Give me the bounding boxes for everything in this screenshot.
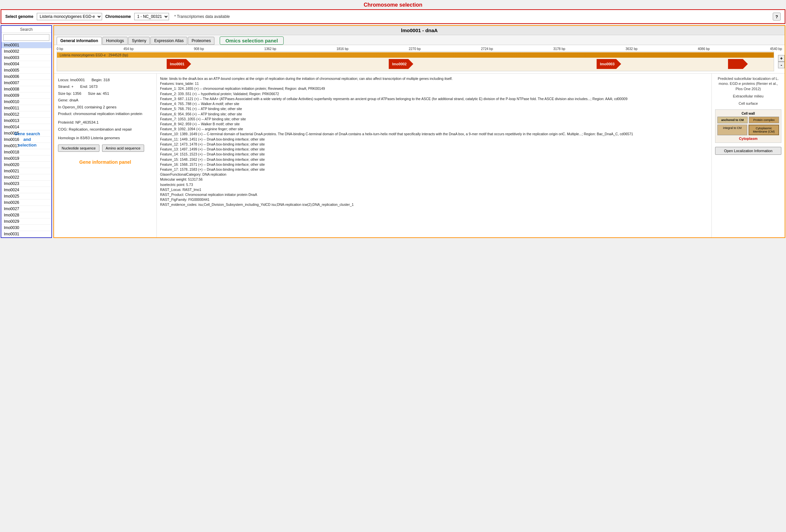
ruler-mark: 908 bp (194, 47, 204, 51)
protein-id: ProteinId: NP_463534.1 (58, 119, 153, 125)
gene-list: lmo0001lmo0002lmo0003lmo0004lmo0005lmo00… (1, 42, 51, 237)
list-item[interactable]: lmo0018 (1, 149, 51, 156)
sidebar: Search lmo0001lmo0002lmo0003lmo0004lmo00… (1, 25, 52, 238)
integral-to-cm-box: integral to CM (717, 125, 747, 135)
list-item[interactable]: lmo0002 (1, 48, 51, 55)
cytoplasm-label: Cytoplasm (717, 137, 779, 141)
cell-diagram: Cell wall anchored to CM Protein complex… (715, 109, 781, 143)
list-item[interactable]: lmo0012 (1, 111, 51, 118)
list-item[interactable]: lmo0023 (1, 181, 51, 187)
list-item[interactable]: lmo0006 (1, 74, 51, 80)
top-bar: Select genome Listeria monocytogenes EGD… (1, 9, 785, 24)
cell-surface-label: Cell surface (715, 101, 781, 106)
sequence-buttons: Nucleotide sequence Amino acid sequence (58, 144, 153, 152)
main-panel: lmo0001 - dnaA General informationHomolo… (53, 25, 785, 238)
genome-track: Listeria monocytogenes EGD-e : 2944528 (… (57, 51, 774, 71)
gene-arrow-lmo0004[interactable] (709, 59, 766, 69)
list-item[interactable]: lmo0007 (1, 80, 51, 86)
ruler-mark: 1816 bp (336, 47, 348, 51)
product-info: Product: chromosomal replication initiat… (58, 111, 153, 117)
list-item[interactable]: lmo0005 (1, 67, 51, 74)
list-item[interactable]: lmo0031 (1, 231, 51, 237)
gene-arrow-lmo0003[interactable]: lmo0003 (523, 59, 695, 69)
content-area: Locus: lmo0001 Begin: 318 Strand: + End:… (54, 74, 785, 237)
list-item[interactable]: lmo0028 (1, 212, 51, 218)
ruler-mark: 454 bp (123, 47, 134, 51)
gene-info-panel: Locus: lmo0001 Begin: 318 Strand: + End:… (54, 74, 157, 237)
open-localization-button[interactable]: Open Localization Information (715, 147, 781, 155)
list-item[interactable]: lmo0020 (1, 162, 51, 168)
operon-info: In Operon_001 containing 2 genes (58, 104, 153, 110)
tab-synteny[interactable]: Synteny (128, 37, 150, 45)
zoom-in-button[interactable]: + (778, 55, 785, 62)
ruler: 0 bp454 bp908 bp1362 bp1816 bp2270 bp272… (57, 47, 782, 51)
cytoplasmic-membrane-box: Cytoplasmic Membrane (CM) (748, 125, 779, 135)
cell-wall-label: Cell wall (717, 112, 779, 115)
gene-arrow-lmo0002[interactable]: lmo0002 (301, 59, 501, 69)
sidebar-search-label: Search (1, 26, 51, 33)
page-title: Chromosome selection (0, 0, 786, 9)
omics-panel-label: Omics selection panel (220, 37, 283, 45)
ruler-mark: 2270 bp (409, 47, 421, 51)
list-item[interactable]: lmo0024 (1, 187, 51, 193)
gene-arrow-lmo0001[interactable]: lmo0001 (78, 59, 279, 69)
list-item[interactable]: lmo0014 (1, 124, 51, 130)
tab-homologs[interactable]: Homologs (102, 37, 128, 45)
list-item[interactable]: lmo0025 (1, 193, 51, 200)
list-item[interactable]: lmo0010 (1, 99, 51, 105)
search-input[interactable] (3, 34, 49, 41)
list-item[interactable]: lmo0001 (1, 42, 51, 48)
ruler-mark: 0 bp (57, 47, 63, 51)
list-item[interactable]: lmo0019 (1, 156, 51, 162)
tab-proteomes[interactable]: Proteomes (188, 37, 214, 45)
anchored-to-cm-box: anchored to CM (717, 117, 747, 123)
list-item[interactable]: lmo0017 (1, 143, 51, 149)
help-button[interactable]: ? (773, 13, 781, 21)
chromosome-label: Chromosome (106, 14, 131, 19)
amino-acid-sequence-button[interactable]: Amino acid sequence (102, 144, 144, 152)
gene-title-bar: lmo0001 - dnaA (54, 26, 785, 35)
cell-inner: anchored to CM Protein complex (717, 117, 779, 123)
list-item[interactable]: lmo0011 (1, 105, 51, 111)
list-item[interactable]: lmo0016 (1, 137, 51, 143)
begin-label: Begin: 318 (91, 77, 110, 83)
nucleotide-sequence-button[interactable]: Nucleotide sequence (58, 144, 99, 152)
genome-viewer: 0 bp454 bp908 bp1362 bp1816 bp2270 bp272… (54, 45, 785, 74)
list-item[interactable]: lmo0030 (1, 225, 51, 231)
cm-section: integral to CM Cytoplasmic Membrane (CM) (717, 125, 779, 135)
ruler-mark: 4540 bp (770, 47, 782, 51)
extracellular-label: Extracellular milieu (715, 94, 781, 98)
ruler-mark: 3632 bp (626, 47, 638, 51)
ruler-mark: 4086 bp (698, 47, 710, 51)
size-bp-label: Size bp: 1356 (58, 91, 81, 96)
protein-complex-box: Protein complex (749, 117, 779, 123)
locus-label: Locus: lmo0001 (58, 77, 85, 83)
tab-expression[interactable]: Expression Atlas (151, 37, 187, 45)
zoom-out-button[interactable]: - (778, 62, 785, 68)
list-item[interactable]: lmo0008 (1, 86, 51, 92)
zoom-controls: + - (778, 55, 785, 68)
ruler-marks: 0 bp454 bp908 bp1362 bp1816 bp2270 bp272… (57, 47, 782, 51)
genome-select[interactable]: Listeria monocytogenes EGD-e (37, 13, 102, 20)
list-item[interactable]: lmo0003 (1, 55, 51, 61)
list-item[interactable]: lmo0015 (1, 130, 51, 137)
chromosome-select[interactable]: 1 - NC_00321 (134, 13, 169, 20)
features-text: Note: binds to the dnaA-box as an ATP-bo… (160, 76, 708, 208)
list-item[interactable]: lmo0022 (1, 175, 51, 181)
list-item[interactable]: lmo0009 (1, 92, 51, 99)
main-layout: Search lmo0001lmo0002lmo0003lmo0004lmo00… (1, 25, 785, 238)
homologs-info: Homologs in 83/83 Listeria genomes (58, 135, 153, 141)
select-genome-label: Select genome (5, 14, 33, 19)
list-item[interactable]: lmo0026 (1, 200, 51, 206)
tab-general[interactable]: General information (57, 37, 102, 45)
end-label: End: 1673 (80, 84, 97, 90)
gene-arrows: lmo0001lmo0002lmo0003 (57, 59, 774, 71)
list-item[interactable]: lmo0004 (1, 61, 51, 67)
list-item[interactable]: lmo0021 (1, 168, 51, 175)
strand-label: Strand: + (58, 84, 74, 90)
list-item[interactable]: lmo0027 (1, 206, 51, 212)
list-item[interactable]: lmo0029 (1, 218, 51, 225)
ruler-mark: 2724 bp (481, 47, 493, 51)
list-item[interactable]: lmo0013 (1, 118, 51, 124)
tabs-and-omics: General informationHomologsSyntenyExpres… (54, 35, 785, 45)
